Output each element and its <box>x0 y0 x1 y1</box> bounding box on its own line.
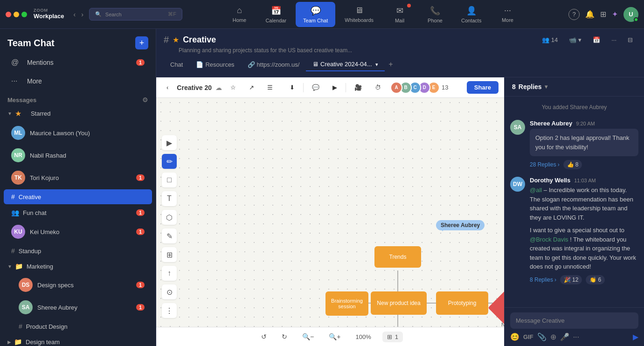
replies-count: 8 <box>512 83 516 90</box>
minimize-button[interactable] <box>14 12 19 17</box>
sidebar-add-button[interactable]: + <box>135 36 148 49</box>
mention-icon: @ <box>11 58 22 67</box>
nav-item-more[interactable]: ··· More <box>491 2 524 27</box>
tab-chat[interactable]: Chat <box>164 58 189 71</box>
design-team-folder-header[interactable]: ▶ 📁 Design team <box>0 334 156 346</box>
marketing-folder-header[interactable]: ▼ 📁 Marketing <box>0 259 156 274</box>
search-bar[interactable]: 🔍 Search ⌘F <box>89 8 182 21</box>
calendar-icon: 📅 <box>271 6 281 16</box>
add-tab-button[interactable]: + <box>385 57 396 71</box>
tool-text[interactable]: T <box>162 191 177 206</box>
wb-back-button[interactable]: ‹ <box>162 82 173 93</box>
marketing-collapse-icon: ▼ <box>7 264 12 269</box>
tool-connect[interactable]: ⬡ <box>162 210 177 225</box>
notification-icon[interactable]: 🔔 <box>585 10 595 19</box>
nav-forward[interactable]: › <box>79 9 85 20</box>
tool-stamp[interactable]: ⊙ <box>162 284 177 299</box>
nav-item-team-chat[interactable]: 💬 Team Chat <box>296 2 335 27</box>
dorothy-replies-link[interactable]: 8 Replies › <box>530 277 556 283</box>
wb-zoom-out-button[interactable]: 🔍− <box>298 331 318 342</box>
layout-icon[interactable]: ⊞ <box>600 10 606 19</box>
nav-item-home-label: Home <box>233 17 246 23</box>
tool-shape[interactable]: □ <box>162 173 177 187</box>
tool-upload[interactable]: ↑ <box>162 266 177 281</box>
sidebar-item-mentions[interactable]: @ Mentions 1 <box>4 54 152 71</box>
sheree-emoji-reaction[interactable]: 👍 8 <box>563 160 582 169</box>
user-avatar[interactable]: U <box>623 7 638 22</box>
gif-button[interactable]: GIF <box>523 333 533 340</box>
whiteboard-canvas[interactable]: Yes No <box>156 98 504 327</box>
dorothy-reactions: 8 Replies › 🎉 12 👏 6 <box>530 275 638 284</box>
audio-button[interactable]: 🎤 <box>560 332 569 341</box>
user-name-sheree: Sheree Aubrey <box>37 304 77 311</box>
emoji-button[interactable]: 😊 <box>510 332 519 341</box>
user-name-maurice: Maurice Lawson (You) <box>30 130 90 137</box>
nav-item-mail[interactable]: ✉ Mail <box>383 2 416 27</box>
page-number: 1 <box>395 333 398 340</box>
more-options-button[interactable]: ··· <box>608 35 620 45</box>
channel-item-product-design[interactable]: # Product Design <box>4 319 152 334</box>
wb-comment-button[interactable]: 💬 <box>307 82 324 93</box>
dorothy-emoji2[interactable]: 👏 6 <box>586 275 605 284</box>
dorothy-emoji1[interactable]: 🎉 12 <box>560 275 582 284</box>
user-item-nabil[interactable]: NR Nabil Rashad <box>4 145 152 166</box>
maximize-button[interactable] <box>21 12 27 17</box>
chat-input[interactable]: Message Creative <box>510 312 638 329</box>
user-item-design-specs[interactable]: DS Design specs 1 <box>4 274 152 296</box>
sheree-replies-link[interactable]: 28 Replies › <box>530 161 560 168</box>
wb-download-button[interactable]: ⬇ <box>285 82 299 93</box>
add-button[interactable]: ⊕ <box>550 332 556 341</box>
wb-external-link-button[interactable]: ↗ <box>244 82 259 93</box>
replies-button[interactable]: 8 Replies ▾ <box>512 83 547 90</box>
wb-video-button[interactable]: 🎥 <box>350 82 367 93</box>
wb-pages[interactable]: ⊞ 1 <box>382 332 403 342</box>
user-item-kei[interactable]: KU Kei Umeko 1 <box>4 221 152 242</box>
tab-resources[interactable]: 📄 Resources <box>189 58 241 71</box>
wb-undo-button[interactable]: ↺ <box>257 331 270 342</box>
tool-eraser[interactable]: ✎ <box>162 228 177 243</box>
nav-back[interactable]: ‹ <box>72 9 78 20</box>
tool-pen[interactable]: ✏ <box>162 154 177 169</box>
share-button[interactable]: Share <box>467 81 499 94</box>
wb-menu-button[interactable]: ☰ <box>263 82 277 93</box>
tab-link[interactable]: 🔗 https://zoom.us/ <box>241 58 306 71</box>
user-item-maurice[interactable]: ML Maurice Lawson (You) <box>4 122 152 144</box>
nav-item-phone[interactable]: 📞 Phone <box>418 2 452 27</box>
nav-item-home[interactable]: ⌂ Home <box>222 2 256 27</box>
wb-timer-button[interactable]: ⏱ <box>370 82 386 93</box>
nav-item-contacts[interactable]: 👤 Contacts <box>454 2 489 27</box>
attachment-button[interactable]: 📎 <box>537 332 547 341</box>
tab-creative-doc[interactable]: 🖥 Creative 2024-04... ▾ <box>306 58 385 71</box>
video-button[interactable]: 📹 ▾ <box>565 35 585 45</box>
tool-select[interactable]: ▶ <box>162 135 177 150</box>
ellipsis-icon: ··· <box>611 36 616 43</box>
ai-icon[interactable]: ✦ <box>612 10 618 19</box>
wb-redo-button[interactable]: ↻ <box>278 331 291 342</box>
nav-item-whiteboards[interactable]: 🖥 Whiteboards <box>337 2 381 27</box>
starred-collapse-icon: ▼ <box>7 111 12 116</box>
wb-separator2 <box>346 83 346 92</box>
channel-item-funchat[interactable]: 👥 Fun chat 1 <box>4 205 152 220</box>
tool-more-tools[interactable]: ⋮ <box>162 303 177 318</box>
tool-grid[interactable]: ⊞ <box>162 247 177 262</box>
channel-item-standup[interactable]: # Standup <box>4 243 152 258</box>
wb-present-button[interactable]: ▶ <box>328 82 342 93</box>
sidebar-item-more[interactable]: ··· More <box>4 72 152 90</box>
doc-icon: 🖥 <box>312 61 319 68</box>
user-item-sheree[interactable]: SA Sheree Aubrey 1 <box>4 297 152 318</box>
send-button[interactable]: ▶ <box>633 332 638 341</box>
channel-item-creative[interactable]: # Creative <box>4 189 152 204</box>
close-button[interactable] <box>6 12 11 17</box>
nav-item-calendar[interactable]: 📅 Calendar <box>258 2 294 27</box>
starred-section-header[interactable]: ▼ ★ Starred <box>0 105 156 122</box>
system-message: You added Sharee Aubrey <box>510 102 638 112</box>
wb-star-button[interactable]: ☆ <box>226 82 241 93</box>
members-button[interactable]: 👥 14 <box>538 35 561 45</box>
wb-zoom-in-button[interactable]: 🔍+ <box>325 331 344 342</box>
more-options-chat-button[interactable]: ··· <box>573 333 579 341</box>
filter-icon[interactable]: ⚙ <box>142 96 148 104</box>
sidebar-toggle-button[interactable]: ⊟ <box>624 35 637 45</box>
calendar-action-button[interactable]: 📅 <box>589 35 604 45</box>
help-icon[interactable]: ? <box>568 9 580 20</box>
user-item-tori[interactable]: TK Tori Kojuro 1 <box>4 167 152 188</box>
